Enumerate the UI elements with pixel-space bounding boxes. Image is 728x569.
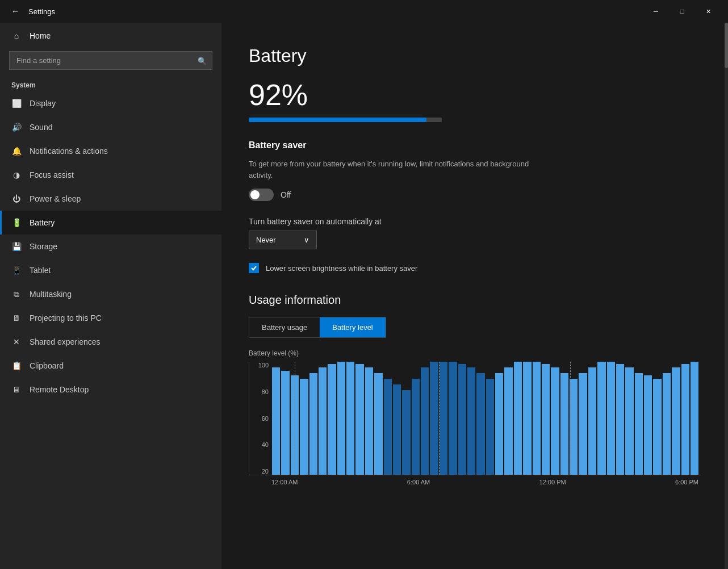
remote-icon: 🖥 [11,384,22,395]
sidebar-item-label: Display [30,99,56,108]
battery-saver-toggle[interactable] [249,189,274,201]
sidebar-item-remote[interactable]: 🖥 Remote Desktop [0,378,221,401]
chart-bar [309,373,317,475]
clipboard-icon: 📋 [11,361,22,371]
chart-bar [476,373,484,475]
tab-battery-usage[interactable]: Battery usage [249,317,320,337]
chart-bar [588,367,596,475]
brightness-checkbox-row: Lower screen brightness while in battery… [249,263,701,273]
sidebar-item-focus[interactable]: ◑ Focus assist [0,163,221,187]
chart-bar [402,390,410,475]
chart-bar [635,373,643,475]
chart-bar [281,371,289,475]
x-tick-6am: 6:00 AM [407,479,430,486]
sidebar-item-tablet[interactable]: 📱 Tablet [0,258,221,282]
battery-saver-dropdown[interactable]: Never ∨ [249,231,317,249]
close-button[interactable]: ✕ [695,2,721,20]
chart-bar [542,364,550,475]
sidebar-item-label: Focus assist [30,170,74,179]
minimize-button[interactable]: ─ [643,2,669,20]
chart-bar [579,373,587,475]
brightness-checkbox[interactable] [249,263,259,273]
search-container: 🔍 [9,51,212,70]
checkbox-label: Lower screen brightness while in battery… [266,264,417,273]
sidebar-item-label: Multitasking [30,290,72,299]
usage-section-title: Usage information [249,294,701,307]
chevron-down-icon: ∨ [304,236,309,244]
toggle-label: Off [281,190,291,199]
chart-bar [449,362,457,475]
chart-bar [272,367,280,475]
chart-bar [319,367,327,475]
sidebar-item-label: Notifications & actions [30,147,108,156]
sidebar-item-clipboard[interactable]: 📋 Clipboard [0,354,221,378]
sidebar-item-label: Tablet [30,266,51,275]
sidebar-item-sound[interactable]: 🔊 Sound [0,115,221,139]
chart-bar [486,379,494,475]
chart-bar [644,375,652,475]
dashed-line-1 [295,362,295,475]
chart-bar [346,362,354,475]
battery-saver-title: Battery saver [249,140,701,150]
chart-bar [691,362,698,475]
chart-bar [514,362,522,475]
sidebar-item-projecting[interactable]: 🖥 Projecting to this PC [0,306,221,330]
dashed-line-3 [570,362,571,475]
y-tick-40: 40 [250,441,272,448]
chart-bar [607,362,615,475]
storage-icon: 💾 [11,241,22,252]
sidebar-item-label: Power & sleep [30,194,81,203]
chart-bar [412,379,420,475]
sidebar-item-shared[interactable]: ✕ Shared experiences [0,330,221,354]
search-input[interactable] [9,51,212,70]
battery-bar [249,118,442,122]
tab-battery-level[interactable]: Battery level [320,317,386,337]
chart-bar [393,384,401,475]
chart-area: Battery level (%) 100 80 60 40 20 [249,349,701,486]
chart-bar [681,364,689,475]
scrollbar-track[interactable] [725,23,728,569]
home-label: Home [30,31,51,40]
chart-y-label: Battery level (%) [249,349,701,357]
sidebar-item-label: Shared experiences [30,337,101,346]
battery-icon: 🔋 [11,217,22,228]
y-tick-100: 100 [250,362,272,369]
sidebar-item-display[interactable]: ⬜ Display [0,91,221,115]
sidebar-item-label: Sound [30,123,52,132]
chart-bar [570,379,578,475]
sidebar-item-label: Remote Desktop [30,385,89,394]
dropdown-value: Never [256,236,276,244]
battery-saver-toggle-row: Off [249,189,701,201]
y-tick-20: 20 [250,468,272,475]
chart-bar [355,364,363,475]
sidebar-item-battery[interactable]: 🔋 Battery [0,211,221,235]
chart-bar [672,367,680,475]
x-tick-noon: 12:00 PM [539,479,566,486]
chart-bar [374,373,382,475]
chart-bar [597,362,605,475]
sidebar-item-notifications[interactable]: 🔔 Notifications & actions [0,139,221,163]
chart-bar [430,362,438,475]
chart-bar [458,364,466,475]
y-tick-60: 60 [250,415,272,422]
x-tick-midnight: 12:00 AM [271,479,298,486]
tablet-icon: 📱 [11,265,22,275]
dashed-line-2 [439,362,440,475]
toggle-knob [250,190,260,199]
chart-bar [625,367,633,475]
auto-label: Turn battery saver on automatically at [249,217,701,226]
sidebar-item-storage[interactable]: 💾 Storage [0,235,221,258]
search-icon: 🔍 [198,56,207,65]
page-title: Battery [249,45,701,66]
chart-container: 100 80 60 40 20 [249,362,701,475]
chart-bar [653,379,661,475]
scrollbar-thumb[interactable] [725,23,728,68]
display-icon: ⬜ [11,98,22,108]
sidebar-item-multitasking[interactable]: ⧉ Multitasking [0,282,221,306]
sidebar-item-power[interactable]: ⏻ Power & sleep [0,187,221,211]
sidebar-item-home[interactable]: ⌂ Home [0,23,221,49]
maximize-button[interactable]: □ [669,2,695,20]
back-button[interactable]: ← [7,3,24,20]
projecting-icon: 🖥 [11,313,22,323]
window-controls: ─ □ ✕ [643,2,721,20]
